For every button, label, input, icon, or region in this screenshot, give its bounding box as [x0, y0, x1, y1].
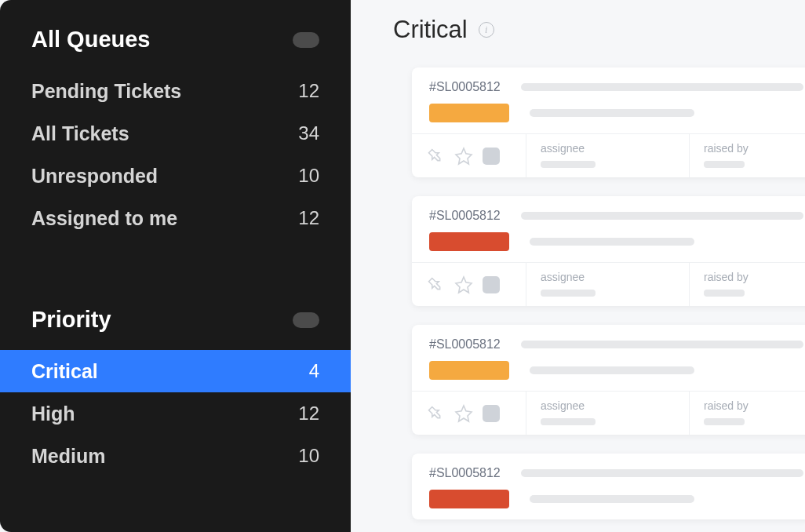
ticket-row2	[429, 232, 803, 251]
main-content: Critical i #SL0005812	[351, 0, 805, 532]
star-icon[interactable]	[454, 404, 473, 423]
sidebar-item-count: 12	[298, 80, 319, 102]
sidebar-item-label: Unresponded	[31, 165, 158, 188]
pin-icon[interactable]	[426, 275, 445, 294]
ticket-subtitle-placeholder	[530, 495, 694, 503]
priority-section-header: Priority	[0, 299, 351, 350]
main-header: Critical i	[393, 16, 805, 44]
assignee-cell: assignee	[526, 263, 690, 306]
assignee-value-placeholder	[541, 161, 596, 168]
sidebar-item-label: High	[31, 403, 75, 425]
section-gap	[0, 239, 351, 299]
ticket-bottom: assignee raised by	[412, 262, 805, 306]
priority-toggle[interactable]	[293, 312, 319, 328]
more-icon[interactable]	[483, 405, 500, 422]
ticket-actions	[412, 392, 526, 435]
priority-chip	[429, 104, 509, 122]
pin-icon[interactable]	[426, 404, 445, 423]
ticket-bottom: assignee raised by	[412, 391, 805, 435]
sidebar-item-count: 34	[298, 122, 319, 144]
raised-by-label: raised by	[704, 142, 805, 155]
assignee-label: assignee	[541, 271, 675, 283]
ticket-title-placeholder	[521, 83, 803, 91]
sidebar-item-all-tickets[interactable]: All Tickets 34	[0, 112, 351, 155]
sidebar-item-high[interactable]: High 12	[0, 392, 351, 435]
more-icon[interactable]	[483, 148, 500, 165]
ticket-row1: #SL0005812	[429, 209, 803, 223]
raised-by-value-placeholder	[704, 418, 745, 425]
sidebar-item-count: 12	[298, 403, 319, 425]
raised-by-cell: raised by	[690, 392, 805, 435]
priority-chip	[429, 490, 509, 508]
ticket-title-placeholder	[521, 469, 803, 477]
priority-title: Priority	[31, 307, 111, 333]
ticket-row1: #SL0005812	[429, 337, 803, 352]
assignee-label: assignee	[541, 399, 675, 412]
ticket-subtitle-placeholder	[530, 366, 694, 374]
sidebar-item-assigned-to-me[interactable]: Assigned to me 12	[0, 197, 351, 239]
page-title: Critical	[393, 16, 468, 44]
assignee-cell: assignee	[526, 134, 690, 177]
ticket-row2	[429, 104, 803, 122]
sidebar-item-unresponded[interactable]: Unresponded 10	[0, 155, 351, 197]
ticket-top: #SL0005812	[412, 67, 805, 133]
star-icon[interactable]	[454, 147, 473, 166]
pin-icon[interactable]	[426, 147, 445, 166]
ticket-id: #SL0005812	[429, 80, 501, 94]
raised-by-value-placeholder	[704, 290, 745, 297]
ticket-actions	[412, 134, 526, 177]
ticket-id: #SL0005812	[429, 466, 501, 480]
ticket-list: #SL0005812 assignee	[393, 67, 805, 519]
info-icon[interactable]: i	[479, 22, 494, 38]
ticket-top: #SL0005812	[412, 325, 805, 391]
sidebar-item-label: Critical	[31, 360, 98, 383]
assignee-value-placeholder	[541, 418, 596, 425]
ticket-row2	[429, 361, 803, 380]
raised-by-cell: raised by	[690, 263, 805, 306]
priority-chip	[429, 232, 509, 251]
sidebar-item-medium[interactable]: Medium 10	[0, 435, 351, 477]
ticket-id: #SL0005812	[429, 337, 501, 352]
sidebar-item-pending-tickets[interactable]: Pending Tickets 12	[0, 70, 351, 112]
sidebar-item-count: 10	[298, 165, 319, 187]
priority-chip	[429, 361, 509, 380]
ticket-top: #SL0005812	[412, 454, 805, 519]
sidebar-item-count: 4	[309, 360, 319, 382]
ticket-subtitle-placeholder	[530, 109, 694, 117]
raised-by-label: raised by	[704, 271, 805, 283]
more-icon[interactable]	[483, 276, 500, 293]
assignee-cell: assignee	[526, 392, 690, 435]
sidebar-item-count: 12	[298, 207, 319, 229]
ticket-top: #SL0005812	[412, 196, 805, 262]
ticket-row2	[429, 490, 803, 508]
ticket-actions	[412, 263, 526, 306]
ticket-subtitle-placeholder	[530, 238, 694, 246]
ticket-id: #SL0005812	[429, 209, 501, 223]
raised-by-label: raised by	[704, 399, 805, 412]
queues-title: All Queues	[31, 27, 151, 53]
queues-toggle[interactable]	[293, 32, 319, 48]
ticket-card[interactable]: #SL0005812 assignee	[412, 325, 805, 435]
app-root: All Queues Pending Tickets 12 All Ticket…	[0, 0, 805, 532]
queues-section-header: All Queues	[0, 19, 351, 70]
star-icon[interactable]	[454, 275, 473, 294]
ticket-card[interactable]: #SL0005812	[412, 454, 805, 519]
ticket-title-placeholder	[521, 212, 803, 220]
sidebar-item-label: Medium	[31, 445, 105, 468]
ticket-bottom: assignee raised by	[412, 133, 805, 177]
ticket-card[interactable]: #SL0005812 assignee	[412, 67, 805, 177]
assignee-value-placeholder	[541, 290, 596, 297]
ticket-row1: #SL0005812	[429, 466, 803, 480]
raised-by-value-placeholder	[704, 161, 745, 168]
sidebar-item-label: Assigned to me	[31, 207, 177, 230]
sidebar: All Queues Pending Tickets 12 All Ticket…	[0, 0, 351, 532]
ticket-row1: #SL0005812	[429, 80, 803, 94]
ticket-title-placeholder	[521, 341, 803, 348]
sidebar-item-label: All Tickets	[31, 122, 129, 145]
raised-by-cell: raised by	[690, 134, 805, 177]
sidebar-item-critical[interactable]: Critical 4	[0, 350, 351, 392]
assignee-label: assignee	[541, 142, 675, 155]
sidebar-item-label: Pending Tickets	[31, 80, 181, 103]
sidebar-item-count: 10	[298, 445, 319, 467]
ticket-card[interactable]: #SL0005812 assignee	[412, 196, 805, 306]
